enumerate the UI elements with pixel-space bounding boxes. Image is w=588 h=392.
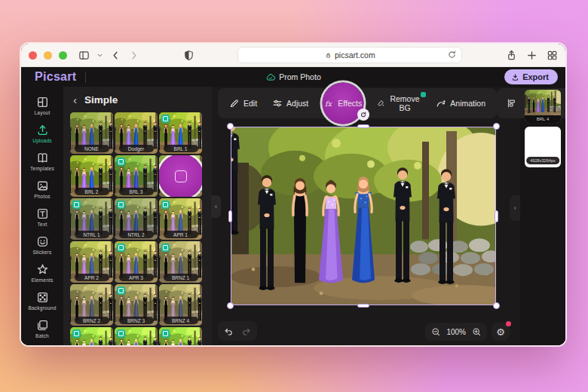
header-divider (85, 72, 86, 83)
back-icon[interactable] (110, 50, 121, 61)
artboard[interactable] (231, 127, 496, 305)
redo-button[interactable] (237, 323, 256, 339)
panel-collapse-tab[interactable]: ‹ (211, 195, 221, 218)
effect-thumbnail-brnz-1[interactable]: BRNZ 1 (159, 241, 202, 283)
effects-panel-header: ‹ Simple (64, 87, 212, 112)
effect-thumbnail-apr-3[interactable]: APR 3 (115, 241, 158, 283)
applied-badge-icon (161, 329, 170, 338)
resize-handle-bottom-right[interactable] (493, 302, 500, 309)
applied-badge-icon (72, 201, 81, 209)
stickers-icon (36, 235, 49, 248)
resize-handle-bottom-left[interactable] (227, 302, 234, 309)
layer-photo[interactable]: BRL 4 (525, 90, 561, 123)
effect-thumbnail-row6-17[interactable] (159, 327, 202, 345)
effect-thumbnail-dodger[interactable]: Dodger (115, 112, 158, 154)
sidebar-toggle-icon[interactable] (78, 50, 90, 61)
desktop-background: picsart.com Picsart Prom Photo Exp (0, 0, 588, 392)
url-text: picsart.com (335, 51, 375, 60)
applied-badge-icon (117, 243, 125, 252)
animation-button[interactable]: Animation (429, 94, 492, 112)
background-icon (36, 291, 49, 304)
new-tab-icon[interactable] (526, 50, 537, 61)
position-icon (506, 98, 516, 109)
applied-badge-icon (161, 201, 170, 209)
maximize-window-button[interactable] (59, 51, 67, 60)
new-feature-badge (421, 92, 426, 97)
effect-thumbnail-none[interactable]: NONE (70, 112, 113, 154)
share-icon[interactable] (506, 50, 517, 61)
document-title-text: Prom Photo (279, 72, 320, 81)
adjust-button[interactable]: Adjust (265, 94, 315, 112)
reload-icon[interactable] (447, 50, 457, 60)
resize-handle-bottom[interactable] (357, 304, 369, 308)
app-body: Layout Uploads Templates Photos Text Sti… (21, 87, 565, 345)
prom-photo-image[interactable] (231, 127, 496, 305)
applied-badge-icon (117, 329, 125, 338)
effect-thumbnail-brl-2[interactable]: BRL 2 (70, 155, 113, 197)
zoom-out-button[interactable] (430, 326, 442, 338)
effect-thumbnail-brl-4[interactable]: BRL 4 (159, 155, 202, 197)
picsart-logo[interactable]: Picsart (35, 70, 76, 84)
sidebar-item-templates[interactable]: Templates (24, 149, 60, 174)
forward-icon[interactable] (128, 50, 139, 61)
sidebar-item-elements[interactable]: Elements (24, 260, 60, 286)
effect-thumbnail-row6-16[interactable] (115, 327, 158, 345)
sidebar-item-layout[interactable]: Layout (24, 93, 60, 118)
tab-overview-icon[interactable] (547, 50, 558, 61)
panel-back-icon[interactable]: ‹ (73, 94, 77, 106)
applied-badge-icon (161, 115, 170, 123)
effect-thumbnail-apr-2[interactable]: APR 2 (70, 241, 113, 283)
batch-icon (36, 319, 49, 332)
effect-thumbnail-ntrl-1[interactable]: NTRL 1 (70, 198, 113, 240)
minimize-window-button[interactable] (44, 51, 52, 60)
sidebar-item-batch[interactable]: Batch (24, 316, 60, 341)
settings-gear-button[interactable]: ⚙ (492, 323, 510, 341)
resize-handle-left[interactable] (228, 210, 232, 222)
text-icon (36, 207, 49, 220)
effects-grid: NONE Dodger BRL 1 BRL 2 BRL 3 BRL 4 NTRL… (64, 112, 212, 345)
rotate-handle[interactable] (357, 109, 369, 121)
effect-thumbnail-row6-15[interactable] (70, 327, 113, 345)
effect-thumbnail-brnz-3[interactable]: BRNZ 3 (115, 284, 158, 326)
adjust-icon (272, 98, 283, 109)
applied-badge-icon (117, 201, 125, 209)
sidebar-item-background[interactable]: Background (24, 288, 60, 314)
photos-icon (36, 179, 49, 192)
edit-button[interactable]: Edit (222, 94, 264, 112)
effect-thumbnail-brnz-2[interactable]: BRNZ 2 (70, 284, 113, 326)
layer-size-label: 4928x3264px (526, 157, 559, 164)
effect-thumbnail-apr-1[interactable]: APR 1 (159, 198, 202, 240)
uploads-icon (36, 124, 49, 136)
picsart-app: Picsart Prom Photo Export Layout Uploads… (21, 67, 565, 345)
effect-thumbnail-brnz-4[interactable]: BRNZ 4 (159, 284, 202, 326)
duplicate-button[interactable] (565, 94, 565, 112)
chevron-down-icon[interactable] (96, 50, 103, 61)
remove-bg-button[interactable]: Remove BG (370, 90, 427, 116)
resize-handle-top-left[interactable] (227, 123, 234, 130)
effect-thumbnail-ntrl-2[interactable]: NTRL 2 (115, 198, 158, 240)
position-button[interactable] (501, 94, 521, 112)
sidebar-item-text[interactable]: Text (24, 204, 60, 230)
resize-handle-top-right[interactable] (493, 123, 500, 130)
cloud-saved-icon (265, 72, 275, 82)
layer-background[interactable]: 4928x3264px (525, 127, 561, 167)
undo-button[interactable] (219, 323, 237, 339)
zoom-in-button[interactable] (470, 326, 482, 338)
sidebar-item-stickers[interactable]: Stickers (24, 232, 60, 258)
fx-icon: fx (323, 98, 334, 109)
layers-expand-tab[interactable]: › (510, 195, 520, 221)
shield-icon[interactable] (183, 50, 194, 61)
effect-thumbnail-brl-3[interactable]: BRL 3 (115, 155, 158, 197)
resize-handle-right[interactable] (495, 210, 498, 222)
export-button[interactable]: Export (504, 69, 558, 84)
document-title: Prom Photo (265, 72, 320, 82)
animation-icon (436, 98, 446, 109)
sidebar-item-photos[interactable]: Photos (24, 176, 60, 202)
close-window-button[interactable] (29, 51, 37, 60)
effect-thumbnail-brl-1[interactable]: BRL 1 (159, 112, 202, 154)
url-bar[interactable]: picsart.com (237, 47, 462, 63)
gear-icon: ⚙ (496, 326, 505, 338)
resize-handle-top[interactable] (357, 124, 369, 128)
sidebar-item-uploads[interactable]: Uploads (24, 121, 60, 146)
canvas-area: Edit Adjust fx Effects Remove BG Animati… (212, 87, 520, 345)
